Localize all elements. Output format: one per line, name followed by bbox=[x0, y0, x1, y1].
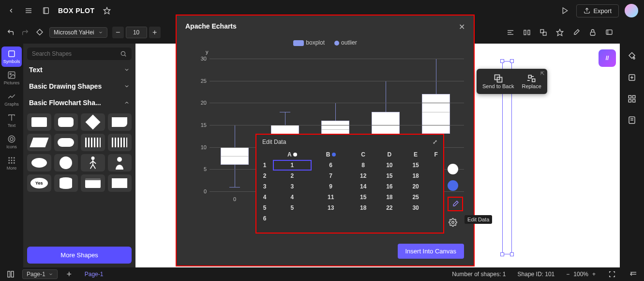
row-header[interactable]: 5 bbox=[256, 203, 273, 213]
shape-cylinder[interactable] bbox=[54, 174, 78, 192]
shape-person-solid[interactable] bbox=[108, 154, 132, 172]
row-header[interactable]: 2 bbox=[256, 171, 273, 181]
shape-rounded-rect[interactable] bbox=[54, 113, 78, 131]
category-basic-drawing[interactable]: Basic Drawing Shapes bbox=[27, 79, 132, 93]
send-to-back-button[interactable]: Send to Back bbox=[479, 72, 517, 91]
data-cell[interactable] bbox=[429, 213, 443, 224]
expand-icon[interactable]: ⤢ bbox=[433, 139, 437, 145]
row-header[interactable]: 6 bbox=[256, 213, 273, 224]
data-cell[interactable]: 3 bbox=[273, 181, 312, 192]
data-cell[interactable] bbox=[273, 213, 312, 224]
data-cell[interactable]: 2 bbox=[273, 171, 312, 181]
redo-button[interactable] bbox=[20, 28, 30, 37]
favorite-star-button[interactable] bbox=[102, 5, 112, 16]
ai-assistant-button[interactable]: // bbox=[599, 49, 616, 67]
undo-button[interactable] bbox=[6, 28, 15, 37]
data-cell[interactable] bbox=[429, 192, 443, 203]
data-cell[interactable]: 4 bbox=[273, 192, 312, 203]
data-cell[interactable]: 15 bbox=[376, 171, 403, 181]
rail-more[interactable]: More bbox=[1, 153, 22, 173]
shape-person-stick[interactable] bbox=[81, 154, 105, 172]
menu-button[interactable] bbox=[23, 5, 34, 16]
shape-ellipse[interactable] bbox=[27, 154, 51, 172]
search-shapes-box[interactable] bbox=[27, 47, 132, 60]
data-cell[interactable] bbox=[429, 181, 443, 192]
shape-stripes-a[interactable] bbox=[81, 134, 105, 151]
avatar[interactable] bbox=[625, 4, 638, 17]
row-header[interactable]: 4 bbox=[256, 192, 273, 203]
row-header[interactable]: 3 bbox=[256, 181, 273, 192]
data-cell[interactable]: 30 bbox=[403, 203, 429, 213]
page-select[interactable]: Page-1 bbox=[22, 269, 58, 279]
export-button[interactable]: Export bbox=[576, 4, 619, 17]
shape-flag[interactable] bbox=[108, 113, 132, 131]
data-cell[interactable]: 11 bbox=[312, 192, 350, 203]
search-input[interactable] bbox=[32, 50, 120, 57]
col-header[interactable]: F bbox=[429, 149, 443, 160]
data-cell[interactable]: 7 bbox=[312, 171, 350, 181]
close-button[interactable]: ✕ bbox=[459, 22, 465, 31]
data-cell[interactable]: 15 bbox=[350, 192, 376, 203]
more-shapes-button[interactable]: More Shapes bbox=[27, 247, 132, 264]
shape-pill[interactable] bbox=[54, 134, 78, 151]
data-cell[interactable]: 14 bbox=[350, 181, 376, 192]
rail-pictures[interactable]: Pictures bbox=[1, 68, 22, 88]
grid-view-button[interactable] bbox=[627, 94, 637, 104]
data-cell[interactable]: 1 bbox=[273, 160, 312, 171]
edit-data-table[interactable]: ABCDEF1168101522712151833914162044111518… bbox=[256, 149, 443, 224]
data-cell[interactable] bbox=[403, 213, 429, 224]
data-cell[interactable]: 12 bbox=[350, 171, 376, 181]
notes-button[interactable] bbox=[627, 115, 637, 125]
color-white-button[interactable] bbox=[448, 164, 458, 174]
category-text[interactable]: Text bbox=[27, 63, 132, 77]
font-size-input[interactable] bbox=[126, 27, 147, 38]
rail-icons[interactable]: Icons bbox=[1, 132, 22, 152]
shape-parallelogram[interactable] bbox=[27, 134, 51, 151]
display-button[interactable] bbox=[604, 28, 614, 37]
shape-diamond[interactable] bbox=[81, 113, 105, 131]
data-cell[interactable] bbox=[312, 213, 350, 224]
data-cell[interactable]: 9 bbox=[312, 181, 350, 192]
pin-icon[interactable]: ⇱ bbox=[540, 71, 544, 76]
lock-button[interactable] bbox=[588, 28, 598, 37]
font-family-select[interactable]: Microsoft YaHei bbox=[49, 27, 107, 38]
play-button[interactable] bbox=[560, 5, 570, 16]
rail-symbols[interactable]: Symbols bbox=[1, 47, 22, 67]
data-cell[interactable]: 22 bbox=[376, 203, 403, 213]
data-cell[interactable] bbox=[376, 213, 403, 224]
data-cell[interactable]: 18 bbox=[403, 171, 429, 181]
zoom-out-button[interactable]: − bbox=[566, 271, 569, 278]
shape-rect[interactable] bbox=[27, 113, 51, 131]
category-basic-flowchart[interactable]: Basic Flowchart Sha... bbox=[27, 96, 132, 109]
settings-button[interactable] bbox=[448, 217, 458, 228]
data-cell[interactable]: 13 bbox=[312, 203, 350, 213]
add-page-button[interactable]: + bbox=[64, 269, 74, 279]
data-cell[interactable]: 6 bbox=[312, 160, 350, 171]
collapse-panel-button[interactable] bbox=[629, 269, 638, 279]
data-cell[interactable]: 10 bbox=[376, 160, 403, 171]
font-size-increase-button[interactable]: + bbox=[149, 27, 161, 38]
col-header[interactable]: A bbox=[273, 149, 312, 160]
data-cell[interactable]: 15 bbox=[403, 160, 429, 171]
rail-text[interactable]: Text bbox=[1, 110, 22, 131]
zoom-in-button[interactable]: + bbox=[592, 271, 596, 278]
edit-data-button[interactable] bbox=[448, 197, 463, 211]
shape-circle[interactable] bbox=[54, 154, 78, 172]
layout-button[interactable] bbox=[6, 269, 15, 279]
format-painter-button[interactable] bbox=[35, 28, 45, 37]
page-tab[interactable]: Page-1 bbox=[81, 270, 107, 279]
rail-graphs[interactable]: Graphs bbox=[1, 89, 22, 109]
col-header[interactable]: C bbox=[350, 149, 376, 160]
data-cell[interactable]: 16 bbox=[376, 181, 403, 192]
shape-yes-ellipse[interactable]: Yes bbox=[27, 174, 51, 192]
distribute-button[interactable] bbox=[522, 28, 532, 37]
data-cell[interactable]: 8 bbox=[350, 160, 376, 171]
data-cell[interactable] bbox=[429, 203, 443, 213]
add-layer-button[interactable] bbox=[627, 73, 637, 82]
font-size-decrease-button[interactable]: − bbox=[112, 27, 124, 38]
col-header[interactable]: D bbox=[376, 149, 403, 160]
data-cell[interactable]: 18 bbox=[350, 203, 376, 213]
data-cell[interactable]: 18 bbox=[376, 192, 403, 203]
fullscreen-button[interactable] bbox=[607, 269, 617, 279]
col-header[interactable]: E bbox=[403, 149, 429, 160]
